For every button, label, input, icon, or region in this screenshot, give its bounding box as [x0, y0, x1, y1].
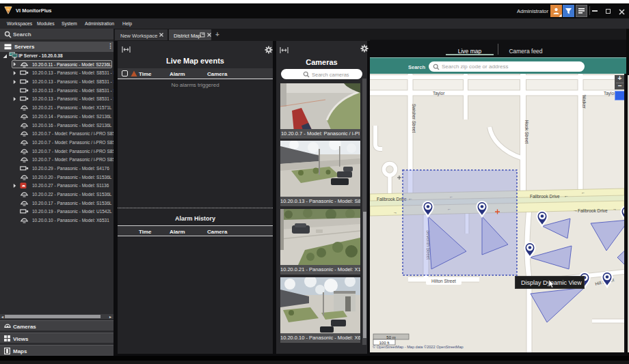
- svg-text:100 ft: 100 ft: [379, 341, 389, 345]
- svg-text:→: →: [573, 208, 578, 212]
- svg-text:Walker: Walker: [582, 95, 587, 109]
- svg-text:Taylor: Taylor: [433, 91, 445, 96]
- svg-text:Fallbrook Drive: Fallbrook Drive: [578, 208, 608, 213]
- svg-text:Hook Street: Hook Street: [524, 120, 529, 144]
- svg-text:←: ←: [581, 191, 585, 195]
- svg-text:Swisher Street: Swisher Street: [412, 104, 416, 132]
- svg-text:Hilton Street: Hilton Street: [431, 279, 456, 283]
- svg-text:50 m: 50 m: [386, 335, 395, 339]
- svg-text:→: →: [393, 210, 397, 214]
- svg-text:© OpenStreetMap - Map data ©20: © OpenStreetMap - Map data ©2022 OpenStr…: [373, 345, 464, 349]
- svg-text:→: →: [613, 207, 617, 211]
- svg-text:Fallbrook Drive: Fallbrook Drive: [530, 194, 560, 199]
- svg-text:←: ←: [564, 193, 569, 198]
